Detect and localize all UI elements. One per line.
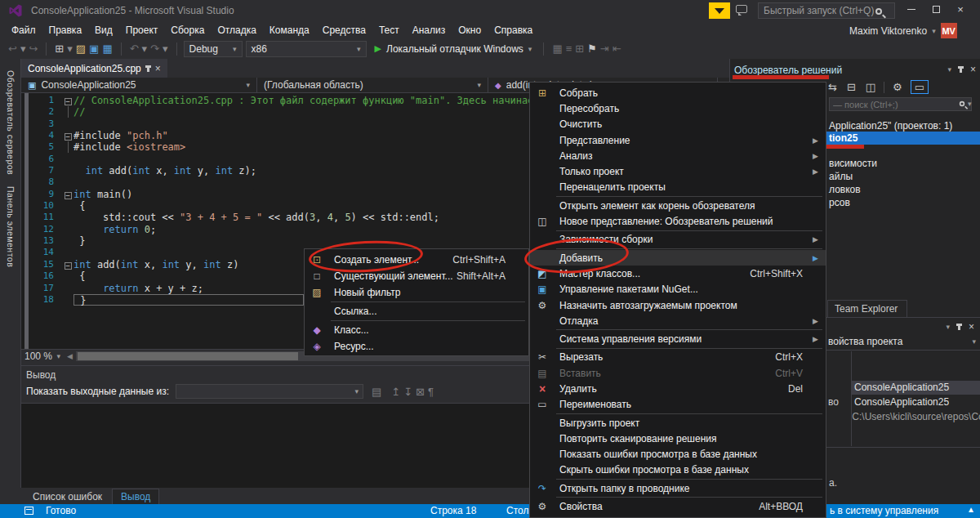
close-icon[interactable]: × bbox=[970, 64, 976, 75]
menubar-item[interactable]: Анализ bbox=[406, 23, 452, 38]
context-menu-item[interactable]: ↷Открыть папку в проводнике bbox=[530, 480, 826, 496]
close-icon[interactable]: × bbox=[155, 63, 161, 74]
context-menu-item[interactable]: ▤ВставитьCtrl+V bbox=[530, 365, 826, 381]
grid-icon[interactable]: ▦ bbox=[550, 42, 564, 55]
context-menu-item[interactable]: ✂ВырезатьCtrl+X bbox=[530, 350, 826, 365]
fold-marker[interactable]: − bbox=[62, 130, 74, 141]
menubar-item[interactable]: Справка bbox=[488, 23, 539, 38]
back-icon[interactable]: ↩ bbox=[7, 42, 19, 55]
pin-column-icon[interactable]: ▭ bbox=[911, 80, 929, 94]
scope-dropdown[interactable]: (Глобальная область) ▾ bbox=[257, 78, 488, 92]
configuration-dropdown[interactable]: Debug▾ bbox=[184, 41, 243, 57]
project-dropdown[interactable]: ▣ ConsoleApplication25 ▾ bbox=[21, 78, 257, 92]
chevron-down-icon[interactable]: ▾ bbox=[65, 42, 74, 55]
save-icon[interactable]: ▣ bbox=[87, 42, 100, 55]
pin-icon[interactable] bbox=[147, 65, 149, 72]
submenu-item[interactable]: ▨Новый фильтр bbox=[305, 284, 528, 301]
context-menu-item[interactable]: ▭Переименовать bbox=[530, 397, 826, 413]
preview-icon[interactable]: ◫ bbox=[864, 81, 877, 93]
fold-box-icon[interactable]: − bbox=[65, 133, 72, 141]
fold-box-icon[interactable]: − bbox=[65, 262, 72, 270]
fold-marker[interactable]: − bbox=[62, 189, 74, 200]
context-menu-item[interactable]: Повторить сканирование решения bbox=[530, 431, 826, 446]
wrench-icon[interactable]: ⚙ bbox=[891, 81, 904, 93]
sync-icon[interactable]: ⇆ bbox=[826, 81, 839, 93]
tab-team-explorer[interactable]: Team Explorer bbox=[827, 300, 907, 317]
context-menu-item[interactable]: ⚙СвойстваAlt+ВВОД bbox=[530, 498, 826, 514]
context-menu-item[interactable]: Анализ▶ bbox=[530, 148, 826, 163]
maximize-button[interactable] bbox=[924, 0, 947, 18]
menubar-item[interactable]: Файл bbox=[5, 23, 42, 38]
platform-dropdown[interactable]: x86▾ bbox=[246, 41, 367, 57]
next-message-icon[interactable]: ↧ bbox=[402, 386, 414, 398]
menubar-item[interactable]: Вид bbox=[88, 23, 119, 38]
chevron-down-icon[interactable]: ▾ bbox=[968, 100, 972, 108]
fold-box-icon[interactable]: − bbox=[65, 192, 72, 199]
context-menu-item[interactable]: ⊞Собрать bbox=[530, 85, 826, 100]
context-menu-item[interactable]: Перенацелить проекты bbox=[530, 180, 826, 195]
context-menu-item[interactable]: ×УдалитьDel bbox=[530, 381, 826, 396]
indent-icon[interactable]: ⇥ bbox=[599, 42, 611, 55]
boxes-icon[interactable]: ⊞ bbox=[573, 42, 586, 55]
sidebar-tab[interactable]: Панель элементов bbox=[6, 186, 16, 267]
close-icon[interactable]: × bbox=[969, 321, 974, 333]
collapsed-panel-splitter[interactable] bbox=[24, 93, 29, 349]
tab-output[interactable]: Вывод bbox=[112, 489, 159, 504]
minimize-button[interactable] bbox=[900, 0, 923, 18]
start-debugging-button[interactable]: ▶ Локальный отладчик Windows ▾ bbox=[370, 43, 537, 55]
open-folder-icon[interactable]: ▨ bbox=[74, 42, 87, 55]
context-menu-item[interactable]: Очистить bbox=[530, 117, 826, 132]
prev-message-icon[interactable]: ↥ bbox=[390, 386, 402, 398]
list-icon[interactable]: ≡ bbox=[564, 42, 574, 55]
context-menu-item[interactable]: ⚙Назначить автозагружаемым проектом bbox=[530, 297, 826, 313]
chevron-down-icon[interactable]: ▾ bbox=[140, 42, 149, 55]
context-menu-item[interactable]: Отладка▶ bbox=[530, 313, 826, 328]
messages-icon[interactable]: ▤ bbox=[370, 386, 383, 398]
bookmark-icon[interactable]: ⚑ bbox=[586, 42, 599, 55]
pin-icon[interactable] bbox=[960, 66, 962, 73]
context-menu-item[interactable]: Только проект▶ bbox=[530, 163, 826, 179]
forward-icon[interactable]: ↪ bbox=[27, 42, 39, 55]
fold-marker[interactable]: − bbox=[62, 259, 74, 270]
menubar-item[interactable]: Правка bbox=[42, 23, 89, 38]
chevron-down-icon[interactable]: ▾ bbox=[946, 323, 950, 331]
context-menu-item[interactable]: ▣Управление пакетами NuGet... bbox=[530, 282, 826, 297]
document-tab[interactable]: ConsoleApplication25.cpp × bbox=[21, 59, 167, 78]
outdent-icon[interactable]: ⇤ bbox=[611, 42, 623, 55]
solution-search-input[interactable] bbox=[829, 97, 972, 111]
undo-icon[interactable]: ↶ bbox=[128, 42, 140, 55]
context-menu-item[interactable]: Выгрузить проект bbox=[530, 415, 826, 431]
chevron-down-icon[interactable]: ▾ bbox=[947, 65, 951, 74]
zoom-dropdown[interactable]: 100 %▾ bbox=[21, 350, 64, 362]
fold-box-icon[interactable]: − bbox=[65, 98, 72, 105]
chevron-down-icon[interactable]: ▾ bbox=[161, 42, 170, 55]
chevron-down-icon[interactable]: ▾ bbox=[19, 42, 28, 55]
new-project-icon[interactable]: ⊞ bbox=[53, 42, 65, 55]
chevron-up-icon[interactable]: ▲ bbox=[967, 505, 975, 514]
scrollbar-thumb[interactable] bbox=[78, 352, 298, 360]
context-menu-item[interactable]: Открыть элемент как корень обозревателя bbox=[530, 198, 826, 213]
menubar-item[interactable]: Средства bbox=[316, 23, 372, 38]
clear-all-icon[interactable]: ⊠ bbox=[414, 386, 426, 398]
menubar-item[interactable]: Отладка bbox=[211, 23, 262, 38]
tab-error-list[interactable]: Список ошибок bbox=[24, 489, 110, 504]
submenu-item[interactable]: ◈Ресурс... bbox=[305, 338, 528, 355]
context-menu-item[interactable]: Пересобрать bbox=[530, 100, 826, 116]
context-menu-item[interactable]: Показать ошибки просмотра в базе данных bbox=[530, 447, 826, 462]
feedback-icon[interactable] bbox=[736, 5, 747, 13]
menubar-item[interactable]: Команда bbox=[263, 23, 316, 38]
submenu-item[interactable]: ◆Класс... bbox=[305, 322, 528, 338]
context-menu-item[interactable]: Скрыть ошибки просмотра в базе данных bbox=[530, 462, 826, 478]
context-menu-item[interactable]: Представление▶ bbox=[530, 132, 826, 148]
menubar-item[interactable]: Окно bbox=[452, 23, 488, 38]
menubar-item[interactable]: Тест bbox=[372, 23, 406, 38]
scroll-left-icon[interactable]: ◀ bbox=[64, 352, 76, 360]
collapse-all-icon[interactable]: ⊟ bbox=[845, 81, 858, 93]
context-menu-item[interactable]: ◫Новое представление: Обозреватель решен… bbox=[530, 213, 826, 229]
redo-icon[interactable]: ↷ bbox=[149, 42, 161, 55]
filter-icon[interactable] bbox=[709, 2, 730, 19]
submenu-item[interactable]: Ссылка... bbox=[305, 303, 528, 319]
pin-icon[interactable] bbox=[958, 324, 960, 330]
sidebar-tab[interactable]: Обозреватель серверов bbox=[6, 70, 16, 175]
user-account[interactable]: Maxim Viktorenko ▾ MV bbox=[849, 23, 957, 38]
